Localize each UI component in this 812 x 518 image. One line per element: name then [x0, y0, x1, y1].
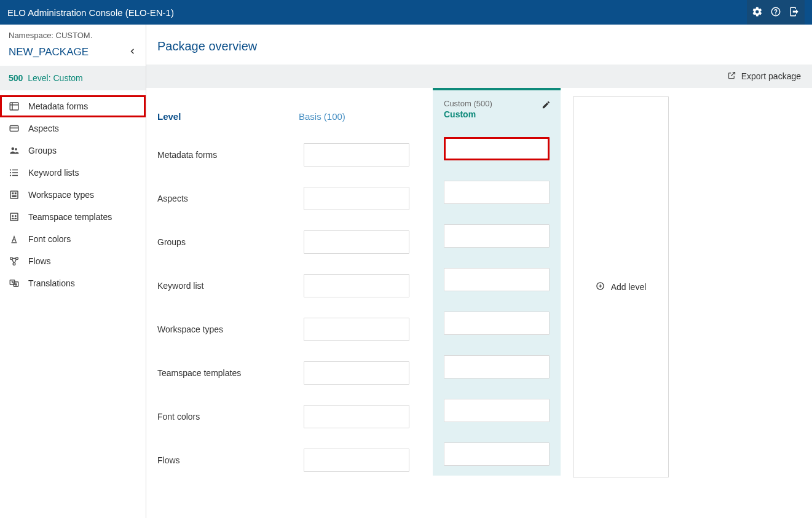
sidebar-item-label: Translations: [28, 278, 75, 288]
sidebar-item-workspace-types[interactable]: Workspace types: [0, 184, 146, 206]
sidebar-item-label: Workspace types: [28, 190, 94, 200]
svg-point-21: [10, 257, 13, 260]
cell-custom-flows[interactable]: [444, 442, 550, 466]
page-title: Package overview: [146, 25, 812, 65]
sidebar-item-flows[interactable]: Flows: [0, 250, 146, 272]
svg-rect-17: [10, 213, 18, 221]
cell-basis-metadata-forms[interactable]: [304, 143, 409, 167]
sidebar-item-label: Groups: [28, 146, 57, 155]
level-column-custom: Custom (500) Custom: [433, 88, 561, 476]
list-icon: [9, 167, 20, 178]
cell-custom-groups[interactable]: [444, 224, 550, 248]
row-label: Font colors: [157, 394, 280, 438]
topbar: ELO Administration Console (ELO-EN-1): [0, 0, 812, 25]
template-icon: [9, 211, 20, 222]
level-label: Level: Custom: [28, 73, 82, 83]
sidebar-item-label: Aspects: [28, 124, 59, 133]
sidebar-item-groups[interactable]: Groups: [0, 139, 146, 162]
sidebar-item-font-colors[interactable]: Font colors: [0, 228, 146, 250]
cell-basis-groups[interactable]: [304, 230, 409, 254]
row-label: Aspects: [157, 176, 280, 220]
row-label: Keyword list: [157, 264, 280, 307]
row-label: Workspace types: [157, 307, 280, 351]
svg-point-10: [10, 169, 11, 170]
row-label: Metadata forms: [157, 133, 280, 176]
cell-basis-workspace-types[interactable]: [304, 318, 409, 341]
cell-basis-teamspace-templates[interactable]: [304, 361, 409, 385]
cell-basis-keyword-list[interactable]: [304, 274, 409, 297]
sidebar-item-label: Keyword lists: [28, 168, 79, 178]
export-package-button[interactable]: Export package: [727, 71, 801, 82]
action-bar: Export package: [146, 65, 812, 88]
svg-rect-13: [10, 191, 18, 198]
svg-point-12: [10, 175, 11, 176]
app-title: ELO Administration Console (ELO-EN-1): [7, 7, 174, 18]
sidebar-menu: Metadata forms Aspects Groups Keyword li…: [0, 90, 146, 299]
sidebar: Namespace: CUSTOM. NEW_PACKAGE 500 Level…: [0, 25, 146, 518]
topbar-actions: [747, 0, 805, 25]
svg-point-22: [16, 257, 18, 260]
help-icon[interactable]: [770, 6, 781, 19]
sidebar-item-label: Flows: [28, 256, 51, 266]
sidebar-item-keyword-lists[interactable]: Keyword lists: [0, 162, 146, 184]
cell-custom-font-colors[interactable]: [444, 399, 550, 422]
chevron-left-icon[interactable]: [128, 47, 137, 58]
overview-grid: Level Metadata forms Aspects Groups Keyw…: [146, 88, 812, 496]
cell-basis-flows[interactable]: [304, 449, 409, 472]
logout-icon[interactable]: [789, 6, 800, 19]
sidebar-item-label: Teamspace templates: [28, 212, 112, 222]
cell-basis-font-colors[interactable]: [304, 405, 409, 428]
basis-level-link[interactable]: Basis (100): [299, 111, 345, 122]
font-icon: [9, 233, 20, 245]
svg-point-5: [12, 147, 15, 151]
namespace-label: Namespace: CUSTOM.: [0, 25, 146, 41]
cell-custom-metadata-forms[interactable]: [444, 137, 550, 160]
add-level-label: Add level: [611, 282, 647, 292]
sidebar-item-metadata-forms[interactable]: Metadata forms: [0, 95, 146, 117]
sidebar-item-label: Metadata forms: [28, 101, 88, 111]
level-code: 500: [9, 73, 23, 83]
add-level-column: Add level: [573, 96, 669, 477]
sidebar-item-teamspace-templates[interactable]: Teamspace templates: [0, 206, 146, 228]
cell-custom-aspects[interactable]: [444, 181, 550, 204]
svg-rect-16: [12, 195, 17, 197]
package-header: NEW_PACKAGE: [0, 41, 146, 66]
svg-point-18: [12, 215, 14, 217]
cell-basis-aspects[interactable]: [304, 187, 409, 210]
custom-level-name: Custom: [444, 109, 550, 119]
sidebar-item-translations[interactable]: Translations: [0, 272, 146, 294]
row-labels-column: Level Metadata forms Aspects Groups Keyw…: [157, 88, 280, 482]
card-icon: [9, 123, 20, 134]
svg-point-6: [15, 148, 17, 151]
custom-level-sublabel: Custom (500): [444, 99, 550, 108]
main: Package overview Export package Level Me…: [146, 25, 812, 518]
level-bar: 500 Level: Custom: [0, 66, 146, 90]
edit-icon[interactable]: [542, 100, 551, 111]
flow-icon: [9, 256, 20, 267]
svg-rect-20: [12, 242, 17, 243]
row-label: Flows: [157, 438, 280, 482]
sidebar-item-label: Font colors: [28, 234, 71, 244]
cell-custom-workspace-types[interactable]: [444, 312, 550, 335]
svg-point-11: [10, 172, 11, 173]
svg-point-19: [15, 215, 17, 217]
cell-custom-keyword-list[interactable]: [444, 268, 550, 291]
plus-circle-icon: [596, 281, 605, 292]
users-icon: [9, 145, 20, 156]
export-icon: [727, 71, 736, 82]
add-level-button[interactable]: Add level: [596, 281, 647, 292]
row-label: Teamspace templates: [157, 351, 280, 394]
row-label: Groups: [157, 220, 280, 264]
package-name: NEW_PACKAGE: [9, 46, 89, 58]
form-icon: [9, 101, 20, 112]
svg-rect-0: [10, 103, 18, 110]
gear-icon[interactable]: [752, 6, 763, 19]
export-label: Export package: [741, 71, 801, 81]
workspace-icon: [9, 189, 20, 200]
translate-icon: [9, 278, 20, 289]
sidebar-item-aspects[interactable]: Aspects: [0, 117, 146, 139]
svg-rect-14: [12, 192, 14, 194]
cell-custom-teamspace-templates[interactable]: [444, 355, 550, 379]
row-header: Level: [157, 88, 280, 133]
svg-rect-15: [15, 192, 17, 194]
